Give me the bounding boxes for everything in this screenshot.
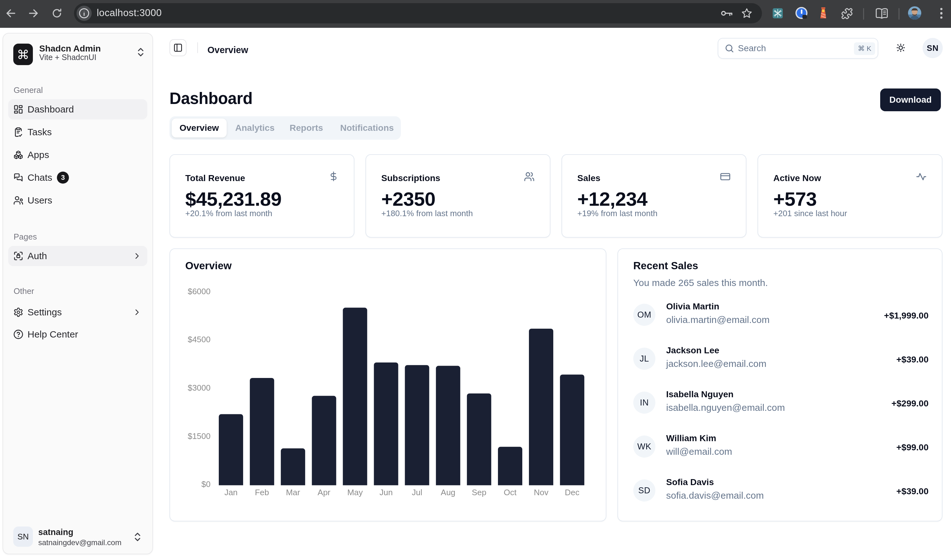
svg-text:$4500: $4500 xyxy=(188,335,211,344)
svg-text:Apr: Apr xyxy=(318,488,331,497)
svg-text:Sep: Sep xyxy=(472,488,486,497)
svg-text:Nov: Nov xyxy=(534,488,548,497)
svg-text:Jul: Jul xyxy=(412,488,422,497)
svg-text:May: May xyxy=(347,488,363,497)
svg-text:Feb: Feb xyxy=(255,488,269,497)
svg-text:Oct: Oct xyxy=(504,488,516,497)
svg-text:$6000: $6000 xyxy=(188,287,211,296)
svg-text:Jan: Jan xyxy=(225,488,238,497)
svg-text:Aug: Aug xyxy=(441,488,455,497)
svg-text:Mar: Mar xyxy=(286,488,300,497)
svg-text:Dec: Dec xyxy=(565,488,579,497)
svg-text:$0: $0 xyxy=(201,479,211,489)
svg-text:$1500: $1500 xyxy=(188,431,211,441)
svg-text:Jun: Jun xyxy=(379,488,393,497)
svg-text:$3000: $3000 xyxy=(188,383,211,392)
